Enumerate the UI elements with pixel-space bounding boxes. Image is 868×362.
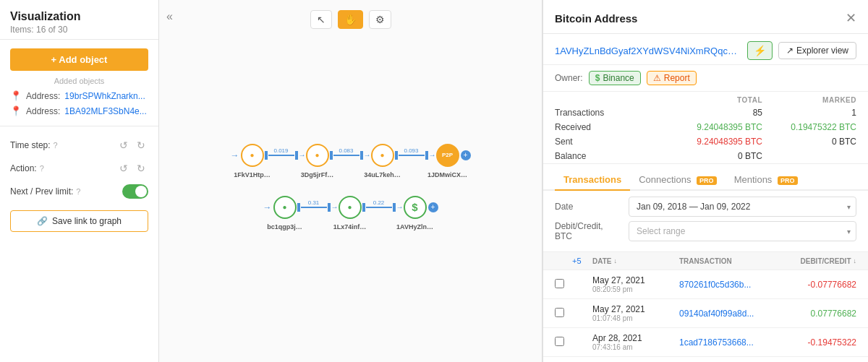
address-item-1: 📍 Address: 19brSPWhkZnarkn... (0, 88, 158, 103)
expand-btn-1[interactable]: + (461, 150, 471, 160)
address-item-2: 📍 Address: 1BA92MLF3SbN4e... (0, 103, 158, 118)
address-label-2: Address: (26, 106, 60, 116)
node-1avhy[interactable]: $ 1AVHyZln… (404, 196, 427, 219)
panel-subtitle: Items: 16 of 30 (10, 25, 148, 35)
date-sort-icon[interactable]: ↓ (613, 257, 617, 264)
help-icon-action: ? (40, 164, 44, 173)
edge-5: 0.22 → (362, 203, 404, 212)
transaction-link[interactable]: 09140af40f99a8d... (679, 309, 784, 319)
transaction-link[interactable]: 1cad7186753668... (679, 337, 784, 348)
add-object-button[interactable]: + Add object (10, 48, 148, 71)
tab-transactions[interactable]: Transactions (555, 170, 630, 191)
action-undo[interactable]: ↺ (116, 161, 131, 176)
time-step-forward[interactable]: ↻ (134, 138, 148, 152)
settings-tool[interactable]: ⚙ (369, 10, 391, 29)
next-prev-toggle[interactable] (122, 184, 148, 199)
debit-sort-icon[interactable]: ↓ (854, 257, 857, 264)
left-panel: Visualization Items: 16 of 30 + Add obje… (0, 0, 159, 362)
start-arrow-2: → (263, 202, 272, 212)
report-badge[interactable]: ⚠ Report (647, 71, 697, 85)
stats-row-label: Balance (555, 151, 668, 161)
expand-btn-2[interactable]: + (428, 202, 438, 212)
dollar-icon: $ (595, 73, 600, 83)
date-filter-select[interactable]: Jan 09, 2018 — Jan 09, 2022 ▾ (629, 197, 856, 217)
hand-tool[interactable]: ✋ (338, 10, 363, 29)
row-checkbox[interactable] (555, 308, 572, 319)
right-panel: Bitcoin Address ✕ 1AVHyZLnBdGyaf2XYdWSV4… (542, 0, 868, 362)
node-label-p2p: 1JDMwiCX… (427, 171, 467, 178)
node-label-1avhy: 1AVHyZln… (396, 223, 433, 230)
table-row: Apr 28, 2021 07:43:16 am 1cad7186753668.… (543, 328, 868, 357)
debit-filter-select[interactable]: Select range ▾ (629, 221, 856, 241)
stats-row-label: Transactions (555, 108, 668, 118)
plus-col-header[interactable]: +5 (572, 257, 592, 265)
arrow-1: → (299, 151, 306, 159)
action-label: Action: ? (10, 163, 44, 173)
node-p2p[interactable]: P2P 1JDMwiCX… (436, 144, 459, 167)
transaction-rows: May 27, 2021 08:20:59 pm 870261f0c5d36b.… (543, 270, 868, 357)
node-label-3dg: 3Dg5jrFf… (301, 171, 334, 178)
arrow-3: → (429, 151, 436, 159)
stats-total-val: 0 BTC (668, 151, 762, 161)
added-objects-label: Added objects (0, 77, 158, 85)
bitcoin-address[interactable]: 1AVHyZLnBdGyaf2XYdWSV4NiXmRQqcBj... (555, 46, 741, 56)
transaction-link[interactable]: 870261f0c5d36b... (679, 280, 784, 290)
action-redo[interactable]: ↻ (134, 161, 148, 176)
row-checkbox[interactable] (555, 337, 572, 348)
node-label-bc1: bc1qgp3j… (267, 223, 302, 230)
pro-badge-connections: PRO (697, 176, 717, 185)
stats-rows: Transactions 85 1 Received 9.24048395 BT… (555, 105, 856, 163)
row-date: Apr 28, 2021 07:43:16 am (592, 333, 679, 351)
stats-row: Sent 9.24048395 BTC 0 BTC (555, 134, 856, 149)
tab-mentions[interactable]: Mentions PRO (726, 170, 807, 191)
time-step-back[interactable]: ↺ (116, 138, 131, 152)
edge-1: 0.019 → (264, 151, 306, 160)
address-link-2[interactable]: 1BA92MLF3SbN4e... (64, 106, 146, 116)
stats-marked-val: 0 BTC (762, 137, 856, 147)
node-1fkv[interactable]: ● 1FkV1Htp… (241, 144, 264, 167)
stats-total-val: 9.24048395 BTC (668, 122, 762, 132)
date-filter-wrap: Jan 09, 2018 — Jan 09, 2022 ▾ (629, 197, 856, 217)
tab-connections[interactable]: Connections PRO (630, 170, 725, 191)
node-1lx[interactable]: ● 1Lx74inf… (339, 196, 362, 219)
save-link-button[interactable]: 🔗 Save link to graph (10, 210, 148, 232)
transaction-table: +5 DATE ↓ TRANSACTION DEBIT/CREDIT ↓ May… (543, 252, 868, 357)
cursor-tool[interactable]: ↖ (310, 10, 332, 29)
stats-row-label: Received (555, 122, 668, 132)
row-checkbox[interactable] (555, 279, 572, 290)
address-link-1[interactable]: 19brSPWhkZnarkn... (64, 91, 145, 101)
total-header: TOTAL (668, 96, 762, 104)
stats-marked-val: 1 (762, 108, 856, 118)
node-3dg[interactable]: ● 3Dg5jrFf… (306, 144, 329, 167)
edge-line-3: 0.093 (399, 155, 425, 156)
next-prev-row: Next / Prev limit: ? (0, 180, 158, 203)
debit-col-header: DEBIT/CREDIT ↓ (784, 257, 856, 265)
graph-row-2: → ● bc1qgp3j… 0.31 → ● 1Lx74inf… (263, 196, 438, 219)
debit-filter-wrap: Select range ▾ (629, 221, 856, 241)
transaction-col-header: TRANSACTION (679, 257, 784, 265)
lightning-button[interactable]: ⚡ (747, 41, 773, 60)
explorer-button[interactable]: ↗ Explorer view (778, 42, 856, 59)
stats-row-label: Sent (555, 137, 668, 147)
edge-line-2: 0.083 (333, 155, 359, 156)
edge-line-1: 0.019 (268, 155, 294, 156)
date-filter-row: Date Jan 09, 2018 — Jan 09, 2022 ▾ (555, 197, 856, 217)
owner-badge[interactable]: $ Binance (589, 71, 641, 85)
chevron-down-icon-2: ▾ (847, 228, 851, 236)
stats-row: Balance 0 BTC (555, 149, 856, 163)
address-row: 1AVHyZLnBdGyaf2XYdWSV4NiXmRQqcBj... ⚡ ↗ … (543, 34, 868, 65)
graph-area: → ● 1FkV1Htp… 0.019 → ● 3Dg5jrFf… (159, 0, 542, 362)
stats-table: TOTAL MARKED Transactions 85 1 Received … (543, 92, 868, 164)
collapse-button[interactable]: « (166, 10, 173, 23)
node-bc1[interactable]: ● bc1qgp3j… (273, 196, 297, 219)
edge-line-4: 0.31 (301, 207, 327, 208)
date-col-header: DATE ↓ (592, 257, 679, 265)
debit-credit-value: -0.07776682 (784, 280, 856, 290)
owner-row: Owner: $ Binance ⚠ Report (543, 65, 868, 92)
arrow-2: → (364, 151, 371, 159)
close-button[interactable]: ✕ (846, 10, 856, 26)
location-icon-1: 📍 (10, 90, 22, 101)
toggle-knob (135, 186, 147, 197)
node-34ul[interactable]: ● 34uL7keh… (371, 144, 394, 167)
owner-label: Owner: (555, 73, 583, 83)
